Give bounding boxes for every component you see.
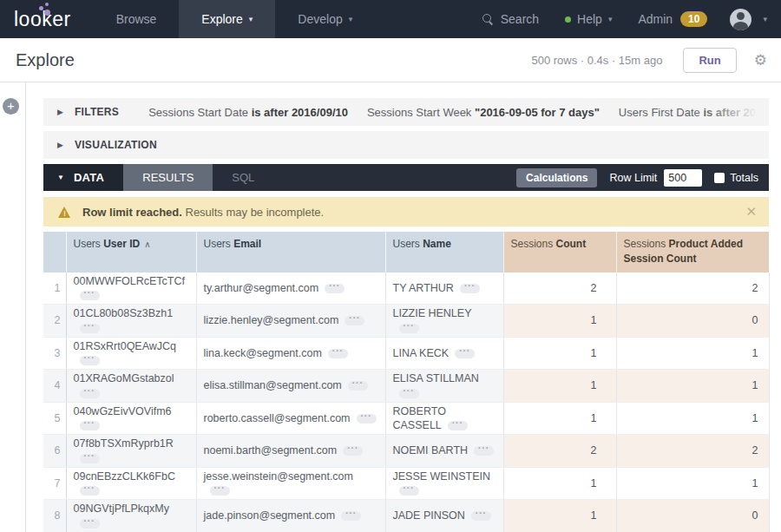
email-cell[interactable]: jade.pinson@segment.com	[196, 500, 385, 532]
cell-menu-icon[interactable]	[448, 421, 468, 430]
product-added-session-count-cell[interactable]: 1	[616, 467, 769, 500]
user-id-cell[interactable]: 040wGzEivVOVifm6	[66, 402, 196, 435]
totals-toggle[interactable]: Totals	[714, 172, 758, 184]
looker-logo[interactable]: looker	[0, 0, 94, 38]
column-header-user-id[interactable]: Users User ID∧	[66, 232, 196, 273]
nav-item-explore[interactable]: Explore▾	[179, 0, 275, 38]
sessions-count-cell[interactable]: 2	[503, 273, 616, 305]
calculations-button[interactable]: Calculations	[516, 168, 597, 187]
sessions-count-cell[interactable]: 1	[503, 370, 616, 403]
product-added-session-count-cell[interactable]: 2	[616, 435, 769, 468]
cell-menu-icon[interactable]	[399, 324, 419, 333]
filters-bar[interactable]: ▶ FILTERS Sessions Start Date is after 2…	[43, 98, 769, 126]
cell-menu-icon[interactable]	[80, 486, 100, 496]
filter-item[interactable]: Users First Date is after 2016/09/10	[619, 106, 769, 119]
product-added-session-count-cell[interactable]: 0	[616, 500, 769, 532]
name-cell[interactable]: LINA KECK	[385, 337, 503, 370]
email-cell[interactable]: noemi.barth@segment.com	[196, 435, 385, 468]
cell-menu-icon[interactable]	[399, 486, 419, 496]
cell-menu-icon[interactable]	[328, 349, 348, 358]
avatar-icon	[730, 9, 751, 30]
cell-menu-icon[interactable]	[343, 446, 363, 456]
cell-menu-icon[interactable]	[80, 324, 100, 333]
user-id-cell[interactable]: 07f8bTSXmRyprb1R	[66, 435, 196, 468]
email-cell[interactable]: lizzie.henley@segment.com	[196, 305, 385, 338]
cell-menu-icon[interactable]	[325, 284, 345, 293]
user-id-cell[interactable]: 01CL80b08Sz3Bzh1	[66, 305, 196, 338]
cell-menu-icon[interactable]	[80, 291, 100, 300]
data-section-toggle[interactable]: ▼ DATA	[43, 164, 123, 191]
cell-menu-icon[interactable]	[80, 421, 100, 430]
name-cell[interactable]: JESSE WEINSTEIN	[385, 467, 503, 500]
cell-menu-icon[interactable]	[80, 356, 100, 365]
cell-menu-icon[interactable]	[399, 389, 419, 398]
sessions-count-cell[interactable]: 1	[503, 500, 616, 532]
product-added-session-count-cell[interactable]: 2	[616, 273, 769, 305]
cell-menu-icon[interactable]	[80, 389, 100, 398]
cell-menu-icon[interactable]	[345, 316, 364, 325]
product-added-session-count-cell[interactable]: 1	[616, 337, 769, 370]
cell-menu-icon[interactable]	[357, 414, 377, 424]
top-nav: looker BrowseExplore▾Develop▾ Search Hel…	[0, 0, 781, 38]
warning-text: Row limit reached. Results may be incomp…	[82, 206, 324, 219]
sessions-count-cell[interactable]: 1	[503, 305, 616, 338]
user-id-cell[interactable]: 01XRAGoMGstabzol	[66, 370, 196, 403]
cell-menu-icon[interactable]	[348, 381, 368, 391]
cell-menu-icon[interactable]	[474, 446, 494, 456]
product-added-session-count-cell[interactable]: 1	[616, 402, 769, 435]
visualization-bar[interactable]: ▶ VISUALIZATION	[43, 131, 769, 159]
email-cell[interactable]: jesse.weinstein@segment.com	[196, 467, 385, 500]
tab-sql[interactable]: SQL	[213, 164, 273, 191]
totals-checkbox[interactable]	[714, 173, 725, 183]
email-cell[interactable]: elisa.stillman@segment.com	[196, 370, 385, 403]
product-added-session-count-cell[interactable]: 0	[616, 305, 769, 338]
name-cell[interactable]: ELISA STILLMAN	[385, 370, 503, 403]
filter-item[interactable]: Sessions Start Week "2016-09-05 for 7 da…	[367, 106, 600, 119]
user-menu[interactable]: ▾	[730, 9, 767, 30]
column-header-count[interactable]: Sessions Count	[503, 232, 616, 273]
email-cell[interactable]: roberto.cassell@segment.com	[196, 402, 385, 435]
user-id-cell[interactable]: 09cnEBzzCLKk6FbC	[66, 467, 196, 500]
email-cell[interactable]: lina.keck@segment.com	[196, 337, 385, 370]
user-id-cell[interactable]: 00MWWFOLRcETcTCf	[66, 273, 196, 305]
email-cell[interactable]: ty.arthur@segment.com	[196, 273, 385, 305]
name-cell[interactable]: ROBERTO CASSELL	[385, 402, 503, 435]
gear-icon[interactable]: ⚙	[754, 53, 767, 68]
cell-menu-icon[interactable]	[460, 284, 480, 293]
results-table: Users User ID∧Users EmailUsers NameSessi…	[43, 232, 770, 532]
cell-menu-icon[interactable]	[80, 454, 100, 463]
column-header-email[interactable]: Users Email	[196, 232, 385, 273]
run-button[interactable]: Run	[683, 48, 736, 73]
row-limit-label: Row Limit	[609, 172, 657, 184]
sessions-count-cell[interactable]: 1	[503, 337, 616, 370]
product-added-session-count-cell[interactable]: 1	[616, 370, 769, 403]
name-cell[interactable]: JADE PINSON	[385, 500, 503, 532]
nav-item-browse[interactable]: Browse	[94, 0, 180, 38]
name-cell[interactable]: TY ARTHUR	[385, 273, 503, 305]
column-header-name[interactable]: Users Name	[385, 232, 503, 273]
sessions-count-cell[interactable]: 1	[503, 467, 616, 500]
cell-menu-icon[interactable]	[80, 519, 100, 529]
cell-menu-icon[interactable]	[210, 486, 230, 496]
column-header-product-added-session-count[interactable]: Sessions Product Added Session Count	[616, 232, 769, 273]
name-cell[interactable]: LIZZIE HENLEY	[385, 305, 503, 338]
sessions-count-cell[interactable]: 2	[503, 435, 616, 468]
sessions-count-cell[interactable]: 1	[503, 402, 616, 435]
user-id-cell[interactable]: 01RSxRrt0QEAwJCq	[66, 337, 196, 370]
nav-item-develop[interactable]: Develop▾	[275, 0, 375, 38]
tab-results[interactable]: RESULTS	[123, 164, 213, 191]
name-cell[interactable]: NOEMI BARTH	[385, 435, 503, 468]
add-field-button[interactable]: +	[3, 98, 19, 115]
cell-menu-icon[interactable]	[341, 511, 361, 521]
row-number-cell: 3	[43, 337, 66, 370]
user-id-cell-value: 09cnEBzzCLKk6FbC	[74, 470, 175, 483]
cell-menu-icon[interactable]	[455, 349, 475, 358]
nav-search[interactable]: Search	[482, 12, 539, 26]
nav-admin[interactable]: Admin 10	[638, 11, 707, 27]
cell-menu-icon[interactable]	[471, 511, 491, 521]
nav-help[interactable]: Help ▾	[565, 12, 612, 26]
row-limit-input[interactable]	[664, 169, 702, 187]
filter-item[interactable]: Sessions Start Date is after 2016/09/10	[148, 106, 348, 119]
close-icon[interactable]: ✕	[745, 204, 757, 220]
user-id-cell[interactable]: 09NGVtjPfLPkqxMy	[66, 500, 196, 532]
